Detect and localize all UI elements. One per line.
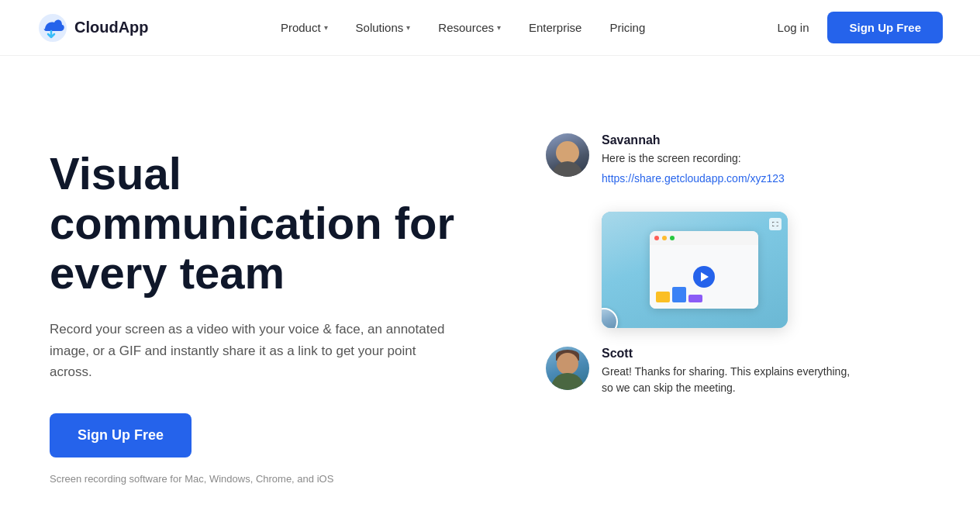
video-preview-inner: ⛶ — [602, 212, 788, 328]
video-window-content — [650, 245, 758, 309]
color-bars — [656, 287, 702, 302]
hero-section: Visual communication for every team Reco… — [0, 56, 980, 511]
nav-item-solutions[interactable]: Solutions ▾ — [356, 21, 411, 34]
chat-text-scott: Great! Thanks for sharing. This explains… — [602, 364, 856, 396]
chat-text-savannah: Here is the screen recording: — [602, 150, 856, 167]
nav-item-pricing[interactable]: Pricing — [609, 21, 645, 34]
avatar-scott — [546, 347, 589, 390]
hero-content: Visual communication for every team Reco… — [50, 118, 499, 485]
titlebar-dot-minimize — [662, 236, 667, 240]
chat-message-scott: Scott Great! Thanks for sharing. This ex… — [546, 347, 856, 401]
chevron-down-icon: ▾ — [324, 23, 328, 32]
login-link[interactable]: Log in — [778, 21, 809, 34]
signup-button-nav[interactable]: Sign Up Free — [827, 12, 943, 43]
chat-link-savannah[interactable]: https://share.getcloudapp.com/xyz123 — [602, 172, 785, 185]
logo-icon — [37, 12, 68, 43]
video-titlebar — [650, 231, 758, 245]
play-icon — [701, 272, 709, 281]
video-top-right-icon: ⛶ — [769, 218, 782, 230]
logo[interactable]: CloudApp — [37, 12, 149, 43]
bar-blue — [672, 287, 686, 302]
chevron-down-icon: ▾ — [497, 23, 501, 32]
hero-title: Visual communication for every team — [50, 149, 499, 297]
chevron-down-icon: ▾ — [406, 23, 410, 32]
logo-text: CloudApp — [74, 19, 149, 36]
chat-content-scott: Scott Great! Thanks for sharing. This ex… — [602, 347, 856, 401]
nav-actions: Log in Sign Up Free — [778, 12, 943, 43]
hero-subtitle: Record your screen as a video with your … — [50, 319, 453, 382]
titlebar-dot-maximize — [670, 236, 675, 240]
video-avatar-overlay — [602, 308, 618, 328]
video-window — [650, 231, 758, 309]
signup-button-hero[interactable]: Sign Up Free — [50, 413, 192, 457]
nav-item-enterprise[interactable]: Enterprise — [529, 21, 581, 34]
chat-widget: Savannah Here is the screen recording: h… — [546, 118, 856, 401]
nav-links: Product ▾ Solutions ▾ Resources ▾ Enterp… — [281, 21, 645, 34]
hero-caption: Screen recording software for Mac, Windo… — [50, 473, 499, 485]
titlebar-dot-close — [654, 236, 659, 240]
play-button[interactable] — [693, 266, 715, 288]
avatar-savannah — [546, 133, 589, 177]
navbar: CloudApp Product ▾ Solutions ▾ Resources… — [0, 0, 980, 56]
nav-item-product[interactable]: Product ▾ — [281, 21, 328, 34]
chat-name-scott: Scott — [602, 347, 856, 361]
bar-yellow — [656, 292, 670, 302]
bar-purple — [688, 295, 702, 302]
chat-content-savannah: Savannah Here is the screen recording: h… — [602, 133, 856, 185]
video-preview[interactable]: ⛶ — [602, 212, 788, 328]
chat-message-savannah: Savannah Here is the screen recording: h… — [546, 133, 856, 185]
nav-item-resources[interactable]: Resources ▾ — [438, 21, 501, 34]
chat-name-savannah: Savannah — [602, 133, 856, 147]
chat-container: Savannah Here is the screen recording: h… — [546, 133, 856, 401]
